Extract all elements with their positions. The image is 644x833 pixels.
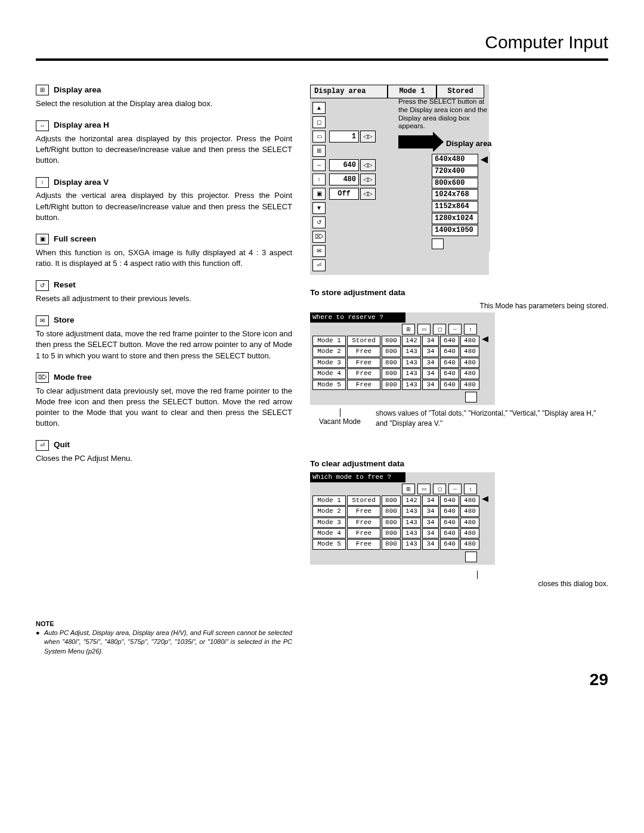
table-quit-icon[interactable] xyxy=(465,392,477,402)
vacant-label: Vacant Mode xyxy=(319,417,361,426)
display-area-v-icon: ↕ xyxy=(36,177,49,188)
res-item[interactable]: 1152x864 xyxy=(432,201,478,212)
table-row[interactable]: Mode 2Free80014334640480 xyxy=(310,506,495,516)
page-title: Computer Input xyxy=(36,30,608,55)
col-icon: ↕ xyxy=(464,324,477,335)
note-body: Auto PC Adjust, Display area, Display ar… xyxy=(44,628,292,656)
p-mode-free: To clear adjustment data previously set,… xyxy=(36,386,292,429)
arrow-icon xyxy=(398,135,434,148)
pointer-icon xyxy=(481,156,488,163)
p-reset: Resets all adjustment to their previous … xyxy=(36,293,292,304)
v-icon[interactable]: ↕ xyxy=(312,174,326,185)
title-bar: Computer Input xyxy=(36,30,608,61)
res-item[interactable]: 1280x1024 xyxy=(432,213,478,224)
lr-button[interactable]: ◁▷ xyxy=(360,188,376,200)
table-row[interactable]: Mode 4Free80014334640480 xyxy=(310,528,495,538)
table-quit-icon[interactable] xyxy=(465,552,477,562)
h-display-area: Display area xyxy=(54,85,101,96)
table-row[interactable]: Mode 4Free80014334640480 xyxy=(310,368,495,379)
closes-label: closes this dialog box. xyxy=(538,580,608,588)
col-icon: ↔ xyxy=(448,324,462,335)
table-row[interactable]: Mode 5Free80014334640480 xyxy=(310,380,495,390)
p-display-area: Select the resolution at the Display are… xyxy=(36,98,292,109)
lr-button[interactable]: ◁▷ xyxy=(360,159,376,171)
panel-reset-icon[interactable]: ↺ xyxy=(312,216,326,228)
table-row[interactable]: Mode 5Free80014334640480 xyxy=(310,539,495,549)
res-item[interactable]: 800x600 xyxy=(432,178,478,189)
h-display-area-h: Display area H xyxy=(54,120,109,131)
val-full: Off xyxy=(329,188,359,200)
page-number: 29 xyxy=(36,668,608,691)
panel-title: Display area xyxy=(310,85,388,98)
display-area-icon: ⊞ xyxy=(36,85,49,95)
resolution-list: 640x480 720x400 800x600 1024x768 1152x86… xyxy=(429,151,490,252)
lr-button[interactable]: ◁▷ xyxy=(360,131,376,143)
res-quit-icon[interactable] xyxy=(432,239,444,249)
pos-icon[interactable]: ◻ xyxy=(312,116,326,128)
display-area-h-icon: ↔ xyxy=(36,120,49,131)
h-quit: Quit xyxy=(54,439,70,451)
p-display-area-h: Adjusts the horizontal area displayed by… xyxy=(36,134,292,166)
values-label: shows values of "Total dots," "Horizonta… xyxy=(376,408,608,429)
panel-mode[interactable]: Mode 1 xyxy=(388,85,436,98)
col-icon: ▭ xyxy=(417,324,431,335)
col-icon: ↕ xyxy=(464,484,477,494)
h-icon[interactable]: ↔ xyxy=(312,159,326,171)
full-screen-icon: ▣ xyxy=(36,234,49,244)
res-item[interactable]: 720x400 xyxy=(432,166,478,177)
p-store: To store adjustment data, move the red f… xyxy=(36,329,292,361)
clear-prompt: Which mode to free ? xyxy=(310,472,405,482)
res-item[interactable]: 1024x768 xyxy=(432,189,478,200)
lr-button[interactable]: ◁▷ xyxy=(360,174,376,185)
panel-store-icon[interactable]: ✉ xyxy=(312,245,326,257)
mode-free-icon: ⌦ xyxy=(36,372,49,383)
store-heading: To store adjustment data xyxy=(310,287,608,299)
h-display-area-v: Display area V xyxy=(54,177,109,188)
table-row[interactable]: Mode 1Stored80014234640480 xyxy=(310,336,495,346)
left-column: ⊞Display area Select the resolution at t… xyxy=(36,85,292,656)
panel-status: Stored xyxy=(436,85,484,98)
table-row[interactable]: Mode 1Stored80014234640480 xyxy=(310,496,495,506)
res-item[interactable]: 640x480 xyxy=(432,154,478,165)
clear-heading: To clear adjustment data xyxy=(310,459,608,470)
note-block: NOTE Auto PC Adjust, Display area, Displ… xyxy=(36,620,292,657)
panel-quit-icon[interactable]: ⏎ xyxy=(312,259,326,271)
note-label: NOTE xyxy=(36,620,54,627)
full-icon[interactable]: ▣ xyxy=(312,188,326,200)
scroll-up-icon[interactable]: ▲ xyxy=(312,102,326,114)
display-area-label: Display area xyxy=(446,138,492,149)
store-icon: ✉ xyxy=(36,315,49,326)
h-reset: Reset xyxy=(54,280,76,291)
h-full-screen: Full screen xyxy=(54,234,96,245)
table-row[interactable]: Mode 2Free80014334640480 xyxy=(310,346,495,357)
table-row[interactable]: Mode 3Free80014334640480 xyxy=(310,518,495,528)
val-h: 640 xyxy=(329,159,359,171)
h-store: Store xyxy=(54,315,75,326)
clear-table: Which mode to free ? ⊞ ▭ ◻ ↔ ↕ Mode 1Sto… xyxy=(310,472,495,565)
p-full-screen: When this function is on, SXGA image is … xyxy=(36,247,292,269)
store-prompt: Where to reserve ? xyxy=(310,312,405,323)
aspect-icon[interactable]: ▭ xyxy=(312,131,326,143)
val-v: 480 xyxy=(329,174,359,185)
store-caption: This Mode has parameters being stored. xyxy=(310,301,608,311)
quit-icon: ⏎ xyxy=(36,440,49,451)
callout-select: Press the SELECT button at the Display a… xyxy=(398,98,494,131)
p-quit: Closes the PC Adjust Menu. xyxy=(36,453,292,464)
col-icon: ↔ xyxy=(448,484,462,494)
right-column: Display area Mode 1 Stored ▲ ◻ ▭ ⊞ ↔ ↕ ▣… xyxy=(310,85,608,656)
col-icon: ▭ xyxy=(417,484,431,494)
col-icon: ⊞ xyxy=(402,484,415,494)
panel-modefree-icon[interactable]: ⌦ xyxy=(312,231,326,243)
h-mode-free: Mode free xyxy=(54,372,92,383)
table-row[interactable]: Mode 3Free80014334640480 xyxy=(310,358,495,368)
res-item[interactable]: 1400x1050 xyxy=(432,225,478,236)
scroll-down-icon[interactable]: ▼ xyxy=(312,202,326,214)
reset-icon: ↺ xyxy=(36,280,49,291)
val-top: 1 xyxy=(329,131,359,143)
col-icon: ◻ xyxy=(433,324,446,335)
grid-icon[interactable]: ⊞ xyxy=(312,145,326,157)
col-icon: ◻ xyxy=(433,484,446,494)
col-icon: ⊞ xyxy=(402,324,415,335)
store-table: Where to reserve ? ⊞ ▭ ◻ ↔ ↕ Mode 1Store… xyxy=(310,312,495,405)
p-display-area-v: Adjusts the vertical area displayed by t… xyxy=(36,190,292,223)
